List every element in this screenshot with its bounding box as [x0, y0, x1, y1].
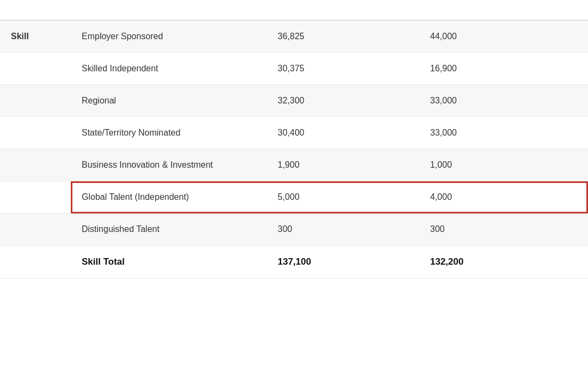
cell-visa-stream — [0, 117, 71, 149]
cell-visa-category: Business Innovation & Investment — [71, 149, 267, 181]
cell-visa-category: Employer Sponsored — [71, 20, 267, 53]
col-header-2324 — [267, 0, 419, 20]
table-row: Regional32,30033,000 — [0, 85, 588, 117]
col-header-2425 — [419, 0, 588, 20]
col-header-visa-category — [71, 0, 267, 20]
cell-visa-category: Regional — [71, 85, 267, 117]
cell-val-2324: 30,400 — [267, 117, 419, 149]
cell-visa-category: State/Territory Nominated — [71, 117, 267, 149]
cell-val-2425: 132,200 — [419, 246, 588, 279]
cell-val-2324: 1,900 — [267, 149, 419, 181]
cell-val-2324: 32,300 — [267, 85, 419, 117]
cell-visa-stream — [0, 149, 71, 181]
cell-visa-stream — [0, 246, 71, 279]
table-row: Business Innovation & Investment1,9001,0… — [0, 149, 588, 181]
cell-visa-category: Skilled Independent — [71, 53, 267, 85]
cell-val-2425: 33,000 — [419, 117, 588, 149]
cell-val-2324: 30,375 — [267, 53, 419, 85]
cell-val-2425: 4,000 — [419, 181, 588, 213]
table-row: Skilled Independent30,37516,900 — [0, 53, 588, 85]
cell-val-2425: 1,000 — [419, 149, 588, 181]
cell-val-2324: 137,100 — [267, 246, 419, 279]
cell-visa-category: Distinguished Talent — [71, 213, 267, 246]
cell-visa-category: Skill Total — [71, 246, 267, 279]
cell-val-2324: 300 — [267, 213, 419, 246]
table-row: SkillEmployer Sponsored36,82544,000 — [0, 20, 588, 53]
cell-visa-category: Global Talent (Independent) — [71, 181, 267, 213]
col-header-visa-stream — [0, 0, 71, 20]
cell-visa-stream — [0, 181, 71, 213]
cell-val-2425: 16,900 — [419, 53, 588, 85]
table-row: State/Territory Nominated30,40033,000 — [0, 117, 588, 149]
highlighted-row: Global Talent (Independent)5,0004,000 — [0, 181, 588, 213]
planning-levels-table: SkillEmployer Sponsored36,82544,000Skill… — [0, 0, 588, 279]
table-row: Skill Total137,100132,200 — [0, 246, 588, 279]
cell-visa-stream — [0, 53, 71, 85]
cell-val-2425: 44,000 — [419, 20, 588, 53]
cell-val-2425: 300 — [419, 213, 588, 246]
cell-val-2324: 36,825 — [267, 20, 419, 53]
cell-visa-stream — [0, 85, 71, 117]
table-header-row — [0, 0, 588, 20]
cell-visa-stream — [0, 213, 71, 246]
cell-val-2324: 5,000 — [267, 181, 419, 213]
cell-val-2425: 33,000 — [419, 85, 588, 117]
table-row: Distinguished Talent300300 — [0, 213, 588, 246]
cell-visa-stream: Skill — [0, 20, 71, 53]
